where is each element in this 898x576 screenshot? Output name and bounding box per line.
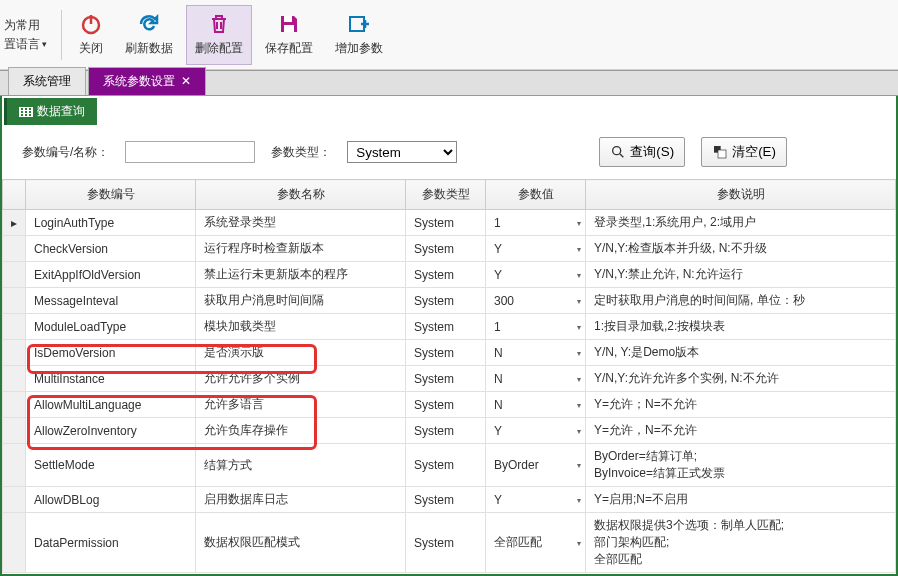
cell-value[interactable]: Y [486,236,586,262]
cell-desc: Y/N,Y:允许允许多个实例, N:不允许 [586,366,896,392]
cell-value[interactable]: Y [486,262,586,288]
cell-id: AllowZeroInventory [26,418,196,444]
table-row[interactable]: IsDemoVersion是否演示版SystemNY/N, Y:是Demo版本 [3,340,896,366]
cell-type: System [406,236,486,262]
cell-desc: Y/N, Y:是Demo版本 [586,340,896,366]
refresh-button[interactable]: 刷新数据 [116,5,182,65]
filter-type-label: 参数类型： [271,144,331,161]
cell-name: 是否演示版 [196,340,406,366]
col-type[interactable]: 参数类型 [406,180,486,210]
row-marker [3,418,26,444]
subtab-data-query[interactable]: 数据查询 [4,98,97,125]
table-row[interactable]: MessageInteval获取用户消息时间间隔System300定时获取用户消… [3,288,896,314]
col-desc[interactable]: 参数说明 [586,180,896,210]
tab-system-manage[interactable]: 系统管理 [8,67,86,95]
cell-id: MessageInteval [26,288,196,314]
save-config-button[interactable]: 保存配置 [256,5,322,65]
add-param-button[interactable]: 增加参数 [326,5,392,65]
cell-id: ExitAppIfOldVersion [26,262,196,288]
row-marker [3,513,26,573]
cell-name: 启用数据库日志 [196,487,406,513]
filter-bar: 参数编号/名称： 参数类型： System 查询(S) 清空(E) [2,125,896,179]
row-marker [3,288,26,314]
table-row[interactable]: ModuleLoadType模块加载类型System11:按目录加载,2:按模块… [3,314,896,340]
cell-type: System [406,288,486,314]
toolbar-label-1: 为常用 [4,16,47,35]
toolbar-left-labels: 为常用 置语言 [4,16,47,54]
cell-desc: ByOrder=结算订单; ByInvoice=结算正式发票 [586,444,896,487]
params-table: 参数编号 参数名称 参数类型 参数值 参数说明 ▸LoginAuthType系统… [2,179,896,573]
cell-name: 获取用户消息时间间隔 [196,288,406,314]
grid-icon [19,107,33,117]
separator [61,10,62,60]
table-row[interactable]: AllowZeroInventory允许负库存操作SystemYY=允许，N=不… [3,418,896,444]
filter-name-input[interactable] [125,141,255,163]
cell-value[interactable]: N [486,366,586,392]
cell-name: 系统登录类型 [196,210,406,236]
row-marker [3,262,26,288]
cell-desc: Y=允许，N=不允许 [586,418,896,444]
svg-rect-2 [284,16,292,22]
delete-config-button[interactable]: 删除配置 [186,5,252,65]
table-row[interactable]: AllowMultiLanguage允许多语言SystemNY=允许；N=不允许 [3,392,896,418]
cell-value[interactable]: N [486,340,586,366]
cell-name: 运行程序时检查新版本 [196,236,406,262]
row-marker [3,314,26,340]
cell-desc: Y/N,Y:检查版本并升级, N:不升级 [586,236,896,262]
refresh-icon [137,12,161,36]
table-row[interactable]: CheckVersion运行程序时检查新版本SystemYY/N,Y:检查版本并… [3,236,896,262]
filter-type-select[interactable]: System [347,141,457,163]
cell-desc: 数据权限提供3个选项：制单人匹配; 部门架构匹配; 全部匹配 [586,513,896,573]
table-header-row: 参数编号 参数名称 参数类型 参数值 参数说明 [3,180,896,210]
trash-icon [207,12,231,36]
row-marker [3,487,26,513]
row-marker: ▸ [3,210,26,236]
filter-name-label: 参数编号/名称： [22,144,109,161]
cell-desc: 1:按目录加载,2:按模块表 [586,314,896,340]
cell-value[interactable]: 1 [486,314,586,340]
table-row[interactable]: MultiInstance允许允许多个实例SystemNY/N,Y:允许允许多个… [3,366,896,392]
main-toolbar: 为常用 置语言 关闭 刷新数据 删除配置 保存配置 增加参数 [0,0,898,70]
cell-value[interactable]: N [486,392,586,418]
clear-button[interactable]: 清空(E) [701,137,787,167]
col-marker [3,180,26,210]
cell-type: System [406,366,486,392]
cell-value[interactable]: Y [486,487,586,513]
cell-name: 结算方式 [196,444,406,487]
content-panel: 数据查询 参数编号/名称： 参数类型： System 查询(S) 清空(E) 参… [0,96,898,576]
tab-system-param-settings[interactable]: 系统参数设置✕ [88,67,206,95]
svg-rect-3 [284,25,294,32]
cell-id: IsDemoVersion [26,340,196,366]
search-button[interactable]: 查询(S) [599,137,685,167]
search-icon [610,144,626,160]
row-marker [3,340,26,366]
cell-value[interactable]: ByOrder [486,444,586,487]
cell-type: System [406,392,486,418]
table-row[interactable]: SettleMode结算方式SystemByOrderByOrder=结算订单;… [3,444,896,487]
row-marker [3,366,26,392]
cell-name: 禁止运行未更新版本的程序 [196,262,406,288]
cell-value[interactable]: Y [486,418,586,444]
col-name[interactable]: 参数名称 [196,180,406,210]
cell-id: DataPermission [26,513,196,573]
col-value[interactable]: 参数值 [486,180,586,210]
table-row[interactable]: AllowDBLog启用数据库日志SystemYY=启用;N=不启用 [3,487,896,513]
language-dropdown[interactable]: 置语言 [4,35,47,54]
table-row[interactable]: DataPermission数据权限匹配模式System全部匹配数据权限提供3个… [3,513,896,573]
cell-value[interactable]: 300 [486,288,586,314]
cell-id: LoginAuthType [26,210,196,236]
cell-value[interactable]: 全部匹配 [486,513,586,573]
cell-name: 允许允许多个实例 [196,366,406,392]
cell-type: System [406,418,486,444]
table-row[interactable]: ▸LoginAuthType系统登录类型System1登录类型,1:系统用户, … [3,210,896,236]
cell-name: 允许负库存操作 [196,418,406,444]
svg-rect-10 [718,150,726,158]
close-icon[interactable]: ✕ [181,74,191,88]
cell-type: System [406,487,486,513]
cell-value[interactable]: 1 [486,210,586,236]
close-button[interactable]: 关闭 [70,5,112,65]
row-marker [3,236,26,262]
table-row[interactable]: ExitAppIfOldVersion禁止运行未更新版本的程序SystemYY/… [3,262,896,288]
col-id[interactable]: 参数编号 [26,180,196,210]
cell-type: System [406,210,486,236]
